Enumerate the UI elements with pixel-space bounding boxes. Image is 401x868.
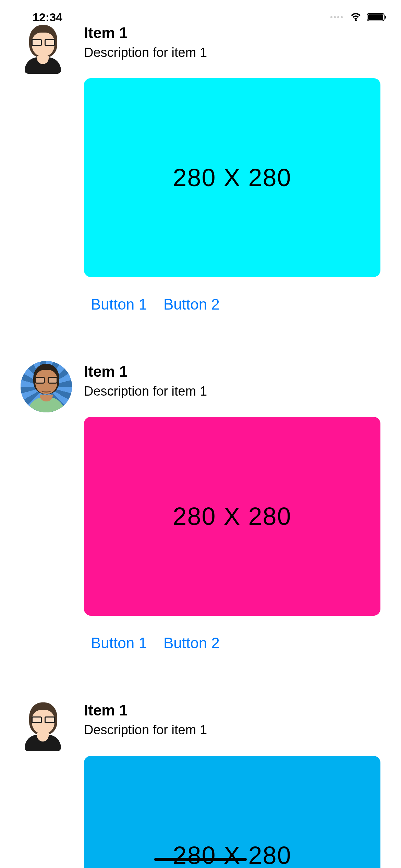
svg-rect-3 [385,16,386,19]
item-content: Item 1 Description for item 1 280 X 280 … [84,24,380,313]
image-size-label: 280 X 280 [173,502,291,530]
item-image-placeholder[interactable]: 280 X 280 [84,756,380,868]
avatar[interactable] [21,700,72,751]
status-icons [330,12,387,22]
svg-point-0 [355,19,357,21]
list-item: Item 1 Description for item 1 280 X 280 … [21,363,380,652]
item-buttons: Button 1 Button 2 [84,635,380,652]
avatar[interactable] [21,361,72,412]
item-button-2[interactable]: Button 2 [163,296,220,313]
item-button-1[interactable]: Button 1 [91,635,147,652]
cellular-dots-icon [330,16,343,18]
item-content: Item 1 Description for item 1 280 X 280 … [84,701,380,868]
list-item: Item 1 Description for item 1 280 X 280 … [21,24,380,313]
status-time: 12:34 [14,11,62,24]
battery-icon [367,12,387,22]
image-size-label: 280 X 280 [173,164,291,192]
image-size-label: 280 X 280 [173,841,291,868]
item-button-2[interactable]: Button 2 [163,635,220,652]
item-image-placeholder[interactable]: 280 X 280 [84,417,380,616]
svg-rect-2 [368,14,383,20]
item-description: Description for item 1 [84,722,380,738]
wifi-icon [350,12,362,22]
status-bar: 12:34 [0,0,401,34]
home-indicator[interactable] [154,858,247,861]
item-buttons: Button 1 Button 2 [84,296,380,313]
item-description: Description for item 1 [84,44,380,61]
item-button-1[interactable]: Button 1 [91,296,147,313]
item-image-placeholder[interactable]: 280 X 280 [84,78,380,277]
item-content: Item 1 Description for item 1 280 X 280 … [84,363,380,652]
feed-list[interactable]: Item 1 Description for item 1 280 X 280 … [0,0,401,868]
item-description: Description for item 1 [84,383,380,400]
item-title: Item 1 [84,363,380,381]
list-item: Item 1 Description for item 1 280 X 280 … [21,701,380,868]
item-title: Item 1 [84,701,380,720]
